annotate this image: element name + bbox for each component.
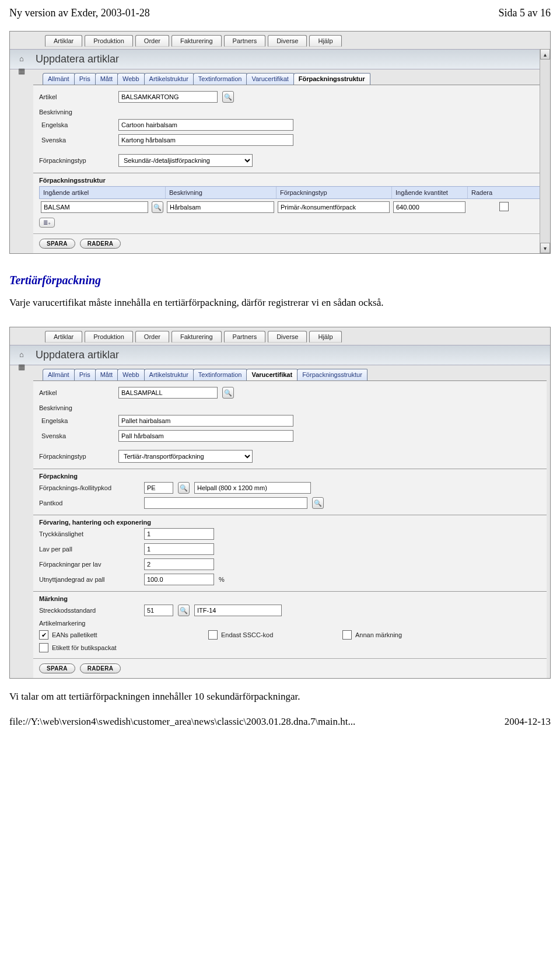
tab-textinformation[interactable]: Textinformation [193, 369, 247, 380]
search-icon[interactable]: 🔍 [178, 482, 190, 494]
tab-pris[interactable]: Pris [74, 369, 96, 380]
scroll-down-icon[interactable]: ▾ [540, 243, 550, 253]
percent-label: % [219, 576, 225, 583]
kollityp-desc [194, 482, 311, 494]
table-head: Ingående artikel Beskrivning Förpackning… [39, 186, 541, 199]
menu-fakturering[interactable]: Fakturering [172, 35, 222, 47]
tab-webb[interactable]: Webb [117, 369, 145, 380]
checkbox-endast-sscc[interactable] [208, 630, 218, 640]
menu-order[interactable]: Order [135, 331, 169, 343]
cb-label-4: Etikett för butikspackat [52, 644, 117, 651]
tab-varucertifikat[interactable]: Varucertifikat [246, 369, 298, 380]
forpackningstyp-select[interactable]: Sekundär-/detaljistförpackning [118, 154, 253, 167]
lav-input[interactable] [144, 543, 214, 555]
menu-hjalp[interactable]: Hjälp [309, 35, 341, 47]
home-icon[interactable]: ⌂ [19, 55, 24, 62]
row-artikel-input[interactable] [41, 201, 148, 213]
tab-matt[interactable]: Mått [95, 73, 118, 85]
menu-partners[interactable]: Partners [224, 35, 266, 47]
kollitypkod-input[interactable] [144, 482, 173, 494]
page-footer: file://Y:\web\version4\swedish\customer_… [0, 712, 560, 742]
artikel-label: Artikel [39, 93, 114, 100]
artikel-input[interactable] [118, 91, 218, 103]
tabs: Allmänt Pris Mått Webb Artikelstruktur T… [10, 365, 550, 380]
tab-matt[interactable]: Mått [95, 369, 118, 380]
section-text-2: Vi talar om att tertiärförpackningen inn… [0, 687, 560, 712]
menu-produktion[interactable]: Produktion [85, 331, 133, 343]
header-right: Sida 5 av 16 [499, 7, 551, 19]
search-icon[interactable]: 🔍 [178, 605, 190, 616]
save-button[interactable]: SPARA [39, 239, 75, 249]
row-typ-input [278, 201, 390, 213]
artikel-input[interactable] [118, 387, 218, 399]
group-forpackningsstruktur: Förpackningsstruktur Ingående artikel Be… [33, 173, 547, 228]
menu-order[interactable]: Order [135, 35, 169, 47]
delete-button[interactable]: RADERA [80, 663, 121, 673]
save-button[interactable]: SPARA [39, 663, 75, 673]
tab-pris[interactable]: Pris [74, 73, 96, 85]
menu-partners[interactable]: Partners [224, 331, 266, 343]
menu-diverse[interactable]: Diverse [268, 331, 307, 343]
pantkod-input[interactable] [144, 497, 307, 509]
tab-allmant[interactable]: Allmänt [43, 73, 75, 85]
page-title: Uppdatera artiklar [10, 49, 550, 69]
menu-artiklar[interactable]: Artiklar [45, 331, 82, 343]
group-label: Märkning [39, 595, 541, 602]
scroll-up-icon[interactable]: ▴ [540, 49, 550, 60]
tab-webb[interactable]: Webb [117, 73, 145, 85]
streckkod-input[interactable] [144, 605, 173, 616]
tab-artikelstruktur[interactable]: Artikelstruktur [144, 369, 194, 380]
forpackningstyp-select[interactable]: Tertiär-/transportförpackning [118, 450, 253, 463]
row-delete-checkbox[interactable] [499, 202, 509, 211]
perlav-input[interactable] [144, 558, 214, 570]
tab-varucertifikat[interactable]: Varucertifikat [246, 73, 293, 85]
grid-icon[interactable]: ▦ [18, 363, 25, 371]
form-area-2: Artikel 🔍 Beskrivning Engelska Svenska F… [33, 380, 547, 678]
svenska-input[interactable] [118, 430, 293, 442]
tab-textinformation[interactable]: Textinformation [193, 73, 247, 85]
menu-diverse[interactable]: Diverse [268, 35, 307, 47]
tab-forpackningsstruktur[interactable]: Förpackningsstruktur [293, 73, 370, 85]
scrollbar[interactable]: ▴ ▾ [540, 49, 550, 253]
search-icon[interactable]: 🔍 [152, 201, 163, 213]
group-label: Förvaring, hantering och exponering [39, 519, 541, 526]
group-label: Förpackning [39, 473, 541, 480]
svenska-input[interactable] [118, 134, 293, 146]
add-row-icon[interactable]: ≣₊ [39, 218, 55, 228]
grid-icon[interactable]: ▦ [18, 67, 25, 75]
header-left: Ny version av Exder, 2003-01-28 [9, 7, 150, 19]
checkbox-eans-palletikett[interactable]: ✔ [39, 630, 48, 640]
section-text-1: Varje varucertifikat måste innehålla en … [0, 293, 560, 319]
checkbox-annan-markning[interactable] [342, 630, 352, 640]
engelska-input[interactable] [118, 415, 293, 427]
artikel-label: Artikel [39, 389, 114, 396]
tab-allmant[interactable]: Allmänt [43, 369, 75, 380]
tryck-label: Tryckkänslighet [39, 530, 139, 537]
menu-fakturering[interactable]: Fakturering [172, 331, 222, 343]
row-kvant-input[interactable] [393, 201, 466, 213]
menu-artiklar[interactable]: Artiklar [45, 35, 82, 47]
tab-artikelstruktur[interactable]: Artikelstruktur [144, 73, 194, 85]
menu-produktion[interactable]: Produktion [85, 35, 133, 47]
sidebar-icons: ⌂ ▦ [13, 55, 30, 75]
section-title: Tertiärförpackning [0, 262, 560, 293]
delete-button[interactable]: RADERA [80, 239, 121, 249]
beskrivning-label: Beskrivning [39, 109, 114, 116]
cb-label-3: Annan märkning [355, 631, 402, 638]
footer-date: 2004-12-13 [505, 716, 551, 728]
search-icon[interactable]: 🔍 [312, 497, 324, 509]
utnytt-input[interactable] [144, 574, 214, 585]
search-icon[interactable]: 🔍 [222, 91, 234, 103]
engelska-input[interactable] [118, 119, 293, 131]
app-frame-1: ▴ ▾ Artiklar Produktion Order Fakturerin… [9, 31, 551, 254]
checkbox-etikett-butikspackat[interactable] [39, 643, 48, 652]
th-beskrivning: Beskrivning [166, 187, 276, 198]
streckkod-desc [194, 605, 282, 616]
lav-label: Lav per pall [39, 546, 139, 553]
home-icon[interactable]: ⌂ [19, 351, 24, 358]
menu-hjalp[interactable]: Hjälp [309, 331, 341, 343]
tab-forpackningsstruktur[interactable]: Förpackningsstruktur [297, 369, 368, 380]
search-icon[interactable]: 🔍 [222, 387, 234, 399]
tryck-input[interactable] [144, 528, 214, 540]
th-typ: Förpackningstyp [276, 187, 392, 198]
